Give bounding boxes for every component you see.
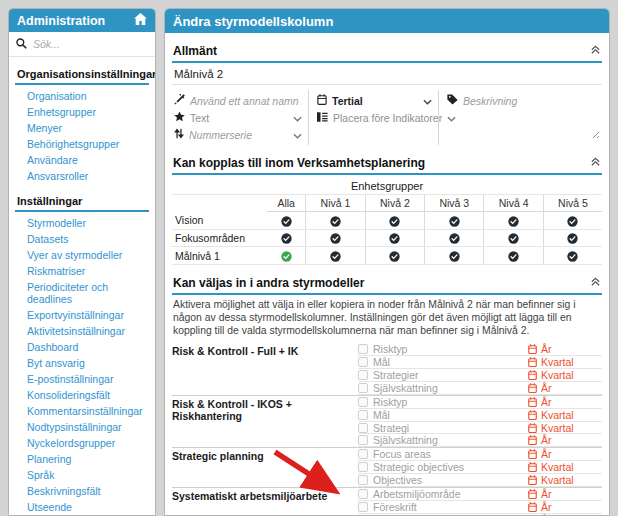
period-link[interactable]: År <box>528 434 552 446</box>
type-dropdown[interactable]: Text <box>174 109 302 126</box>
collapse-icon[interactable] <box>590 156 601 170</box>
period-link[interactable]: Kvartal <box>528 474 574 486</box>
sidebar-item-menyer[interactable]: Menyer <box>9 120 155 136</box>
period-link[interactable]: År <box>528 396 552 408</box>
period-link[interactable]: År <box>528 501 552 513</box>
styrmodell-checkbox <box>358 462 368 472</box>
period-label: År <box>541 382 552 394</box>
styrmodell-group: Strategic planningFocus areasÅrStrategic… <box>172 447 602 487</box>
sidebar-item-datasets[interactable]: Datasets <box>9 231 155 247</box>
period-dropdown[interactable]: Tertial <box>317 92 432 109</box>
styrmodell-row: StrategierKvartal <box>358 369 602 382</box>
permission-cell[interactable] <box>267 212 306 230</box>
period-link[interactable]: Kvartal <box>528 409 574 421</box>
permission-cell[interactable] <box>365 229 424 247</box>
description-textarea[interactable]: Beskrivning <box>438 90 602 145</box>
number-series-dropdown[interactable]: Nummerserie <box>174 126 302 143</box>
styrmodell-row: MålKvartal <box>358 409 602 422</box>
sidebar-item-nyckelordsgrupper[interactable]: Nyckelordsgrupper <box>9 435 155 451</box>
resize-icon[interactable] <box>592 125 600 143</box>
permission-cell[interactable] <box>425 212 484 230</box>
permission-cell[interactable] <box>425 229 484 247</box>
styrmodell-checkbox <box>358 449 368 459</box>
sidebar-item-spr-k[interactable]: Språk <box>9 467 155 483</box>
permission-cell[interactable] <box>425 247 484 265</box>
permission-cell[interactable] <box>543 212 602 230</box>
permission-cell[interactable] <box>306 212 365 230</box>
permission-cell[interactable] <box>365 212 424 230</box>
sidebar-item-riskmatriser[interactable]: Riskmatriser <box>9 263 155 279</box>
calendar-icon <box>528 462 537 472</box>
styrmodell-label: Arbetsmiljöområde <box>373 488 461 500</box>
sidebar-item-aktivitetsinst-llningar[interactable]: Aktivitetsinställningar <box>9 323 155 339</box>
home-icon[interactable] <box>134 13 147 28</box>
styrmodell-checkbox <box>358 502 368 512</box>
sidebar-item-beskrivningsf-lt[interactable]: Beskrivningsfält <box>9 483 155 499</box>
collapse-icon[interactable] <box>590 276 601 290</box>
sidebar-item-e-postinst-llningar[interactable]: E-postinställningar <box>9 371 155 387</box>
sidebar-item-styrmodeller[interactable]: Styrmodeller <box>9 215 155 231</box>
sidebar-item-konsolideringsf-lt[interactable]: Konsolideringsfält <box>9 387 155 403</box>
permission-cell[interactable] <box>306 229 365 247</box>
table-column-header: Nivå 3 <box>425 195 484 212</box>
check-circle-icon <box>281 233 292 244</box>
period-link[interactable]: År <box>528 488 552 500</box>
table-column-header: Nivå 4 <box>484 195 543 212</box>
permission-cell[interactable] <box>267 247 306 265</box>
column-name-input[interactable] <box>172 63 602 85</box>
period-link[interactable]: År <box>528 343 552 355</box>
permission-cell[interactable] <box>484 212 543 230</box>
search-box[interactable] <box>9 32 155 57</box>
sidebar-header: Administration <box>9 9 155 32</box>
sidebar-item-nodtypsinst-llningar[interactable]: Nodtypsinställningar <box>9 419 155 435</box>
sidebar-item-utseende[interactable]: Utseende <box>9 499 155 515</box>
period-link[interactable]: År <box>528 448 552 460</box>
calendar-icon <box>528 489 537 499</box>
check-circle-icon <box>330 233 341 244</box>
period-label: År <box>541 501 552 513</box>
styrmodell-checkbox <box>358 383 368 393</box>
placement-dropdown[interactable]: Placera före Indikatorer <box>317 109 432 126</box>
styrmodell-group: Systematiskt arbetsmiljöarbeteArbetsmilj… <box>172 487 602 516</box>
sidebar-item-organisation[interactable]: Organisation <box>9 88 155 104</box>
period-link[interactable]: Kvartal <box>528 356 574 368</box>
styrmodell-label: Självskattning <box>373 434 438 446</box>
styrmodell-checkbox <box>358 489 368 499</box>
period-label: År <box>541 396 552 408</box>
check-circle-icon <box>281 216 292 227</box>
sidebar-item-anv-ndare[interactable]: Användare <box>9 152 155 168</box>
permission-cell[interactable] <box>267 229 306 247</box>
table-row-label: Fokusområden <box>172 229 267 247</box>
permission-cell[interactable] <box>484 247 543 265</box>
sidebar-item-planering[interactable]: Planering <box>9 451 155 467</box>
calendar-icon <box>528 435 537 445</box>
styrmodell-row: FöreskriftÅr <box>358 501 602 514</box>
sidebar-item-exportvyinst-llningar[interactable]: Exportvyinställningar <box>9 307 155 323</box>
search-input[interactable] <box>31 37 131 51</box>
period-link[interactable]: Kvartal <box>528 461 574 473</box>
permission-cell[interactable] <box>484 229 543 247</box>
sidebar-item-vyer-av-styrmodeller[interactable]: Vyer av styrmodeller <box>9 247 155 263</box>
sidebar-item-ansvarsroller[interactable]: Ansvarsroller <box>9 168 155 184</box>
sidebar-item-byt-ansvarig[interactable]: Byt ansvarig <box>9 355 155 371</box>
period-link[interactable]: Kvartal <box>528 422 574 434</box>
permission-cell[interactable] <box>543 247 602 265</box>
permission-cell[interactable] <box>306 247 365 265</box>
sidebar-item-enhetsgrupper[interactable]: Enhetsgrupper <box>9 104 155 120</box>
check-circle-icon <box>449 216 460 227</box>
permission-cell[interactable] <box>543 229 602 247</box>
alt-name-field[interactable]: Använd ett annat namn i plan <box>174 92 302 109</box>
check-circle-icon <box>567 216 578 227</box>
period-link[interactable]: Kvartal <box>528 369 574 381</box>
sidebar-item-dashboard[interactable]: Dashboard <box>9 339 155 355</box>
table-row: Fokusområden <box>172 229 602 247</box>
styrmodell-row: RisktypÅr <box>358 343 602 356</box>
sidebar-item-kommentarsinst-llningar[interactable]: Kommentarsinställningar <box>9 403 155 419</box>
permission-cell[interactable] <box>365 247 424 265</box>
calendar-icon <box>528 370 537 380</box>
sidebar-item-beh-righetsgrupper[interactable]: Behörighetsgrupper <box>9 136 155 152</box>
collapse-icon[interactable] <box>590 44 601 58</box>
period-link[interactable]: År <box>528 382 552 394</box>
sidebar-item-periodiciteter-och-deadlines[interactable]: Periodiciteter och deadlines <box>9 279 155 307</box>
tag-icon <box>447 94 458 107</box>
